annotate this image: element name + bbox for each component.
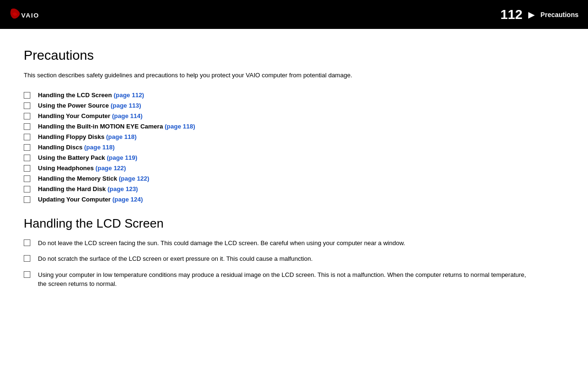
- toc-item-link[interactable]: (page 118): [84, 144, 115, 151]
- page-title: Precautions: [24, 48, 564, 63]
- toc-item-link[interactable]: (page 114): [112, 112, 142, 119]
- checkbox-icon: [24, 155, 30, 161]
- toc-item-label: Handling Your Computer (page 114): [38, 112, 143, 119]
- list-item: Using the Battery Pack (page 119): [24, 154, 564, 161]
- list-item: Using the Power Source (page 113): [24, 102, 564, 109]
- checkbox-icon: [24, 102, 30, 109]
- vaio-logo: VAIO: [9, 6, 52, 23]
- toc-item-label: Handling the LCD Screen (page 112): [38, 92, 144, 99]
- toc-item-link[interactable]: (page 113): [110, 102, 141, 109]
- list-item: Handling Your Computer (page 114): [24, 112, 564, 119]
- checkbox-icon: [24, 113, 30, 119]
- checkbox-icon: [24, 92, 30, 99]
- checkbox-icon: [24, 134, 30, 140]
- svg-text:VAIO: VAIO: [21, 12, 39, 19]
- header-arrow: ▶: [528, 9, 535, 20]
- toc-item-link[interactable]: (page 112): [114, 92, 144, 99]
- checkbox-icon: [24, 271, 30, 278]
- body-list: Do not leave the LCD screen facing the s…: [24, 238, 564, 289]
- list-item: Do not scratch the surface of the LCD sc…: [24, 254, 564, 264]
- checkbox-icon: [24, 196, 30, 203]
- header-right: 112 ▶ Precautions: [500, 7, 579, 22]
- toc-item-link[interactable]: (page 118): [165, 123, 195, 130]
- toc-item-label: Using the Battery Pack (page 119): [38, 154, 138, 161]
- checkbox-icon: [24, 123, 30, 130]
- checkbox-icon: [24, 144, 30, 151]
- checkbox-icon: [24, 239, 30, 246]
- toc-item-label: Using Headphones (page 122): [38, 165, 126, 172]
- toc-item-link[interactable]: (page 122): [119, 175, 149, 182]
- toc-item-link[interactable]: (page 123): [108, 185, 138, 193]
- list-item: Handling the Memory Stick (page 122): [24, 175, 564, 182]
- checkbox-icon: [24, 165, 30, 172]
- list-item: Do not leave the LCD screen facing the s…: [24, 238, 564, 248]
- body-list-text: Using your computer in low temperature c…: [38, 270, 536, 289]
- list-item: Using Headphones (page 122): [24, 165, 564, 172]
- toc-item-link[interactable]: (page 122): [95, 165, 126, 172]
- header-section-title: Precautions: [541, 11, 579, 18]
- list-item: Using your computer in low temperature c…: [24, 270, 564, 289]
- page-number: 112: [500, 7, 523, 22]
- toc-item-label: Handling Floppy Disks (page 118): [38, 133, 137, 140]
- main-content: Precautions This section describes safet…: [0, 29, 588, 314]
- list-item: Handling the LCD Screen (page 112): [24, 92, 564, 99]
- list-item: Handling Floppy Disks (page 118): [24, 133, 564, 140]
- toc-item-label: Using the Power Source (page 113): [38, 102, 141, 109]
- toc-item-label: Handling the Built-in MOTION EYE Camera …: [38, 123, 195, 130]
- toc-item-link[interactable]: (page 118): [106, 133, 137, 140]
- checkbox-icon: [24, 255, 30, 262]
- body-list-text: Do not scratch the surface of the LCD sc…: [38, 254, 312, 264]
- body-list-text: Do not leave the LCD screen facing the s…: [38, 238, 405, 248]
- checkbox-icon: [24, 175, 30, 182]
- toc-item-label: Updating Your Computer (page 124): [38, 196, 143, 203]
- intro-text: This section describes safety guidelines…: [24, 71, 564, 80]
- list-item: Handling the Built-in MOTION EYE Camera …: [24, 123, 564, 130]
- toc-item-label: Handling the Hard Disk (page 123): [38, 185, 138, 193]
- list-item: Handling the Hard Disk (page 123): [24, 185, 564, 193]
- toc-item-label: Handling the Memory Stick (page 122): [38, 175, 149, 182]
- list-item: Updating Your Computer (page 124): [24, 196, 564, 203]
- toc-item-label: Handling Discs (page 118): [38, 144, 115, 151]
- page-header: VAIO 112 ▶ Precautions: [0, 0, 588, 29]
- toc-list: Handling the LCD Screen (page 112)Using …: [24, 92, 564, 203]
- list-item: Handling Discs (page 118): [24, 144, 564, 151]
- section-heading: Handling the LCD Screen: [24, 216, 564, 231]
- checkbox-icon: [24, 186, 30, 193]
- toc-item-link[interactable]: (page 124): [112, 196, 143, 203]
- toc-item-link[interactable]: (page 119): [107, 154, 137, 161]
